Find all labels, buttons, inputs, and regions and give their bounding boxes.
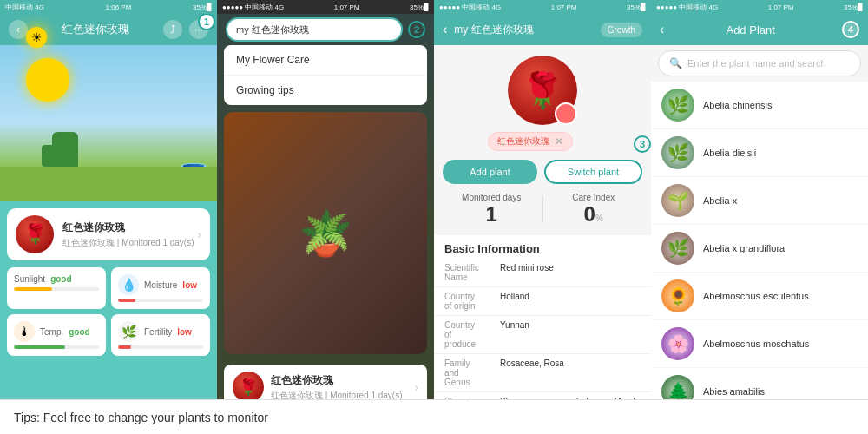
mini-avatar: 🌹 [233,372,264,399]
screens-row: ‹ 红色迷你玫瑰 ⤴ ··· 1 🪣 红色迷你玫瑰 红色迷你玫瑰 | Monit… [0,14,868,399]
growth-tab[interactable]: Growth [601,23,642,37]
circled-3: 3 [634,135,651,153]
screen1-title: 红色迷你玫瑰 [62,22,129,37]
plant-image-area: 🌹 [434,45,651,132]
screen3-topbar: ‹ my 红色迷你玫瑰 Growth [434,14,651,45]
plant-sub: 红色迷你玫瑰 | Monitored 1 day(s) [62,237,197,249]
sunlight-label: Sunlight [14,274,45,284]
status-bar-3: ●●●●● 中国移动 4G 1:07 PM 35%▉ [434,0,651,14]
top-icons: ⤴ ··· 1 [163,20,208,39]
search-icon: 🔍 [669,57,682,69]
info-key-produce: Country of produce [434,316,495,353]
plant-name-abies: Abies amabilis [703,386,765,397]
plant-img-abelia-d: 🌿 [661,136,694,169]
back-button[interactable]: ‹ [9,20,28,39]
monitored-label: Monitored days [443,193,541,202]
screen4-title: Add Plant [671,23,830,36]
switch-plant-button[interactable]: Switch plant [544,160,642,184]
sunlight-icon: ☀ [26,27,47,48]
screen3-back-button[interactable]: ‹ [443,22,447,37]
chevron-right-icon: › [197,227,201,241]
care-index-stat: Care Index 0 % [545,193,643,227]
temp-icon: 🌡 [14,321,35,342]
info-key-scientific: Scientific Name [434,259,495,286]
screen4: ‹ Add Plant 4 🔍 Enter the plant name and… [651,14,868,399]
bottom-plant-name: 红色迷你玫瑰 [271,373,414,388]
share-icon[interactable]: ⤴ [163,20,182,39]
plant-img-abelmoschus-m: 🌸 [661,327,694,360]
card-text: 红色迷你玫瑰 红色迷你玫瑰 | Monitored 1 day(s) [62,220,197,249]
moisture-value: low [182,280,197,290]
plant-chip: 红色迷你玫瑰 ✕ [488,132,573,151]
screen4-back-button[interactable]: ‹ [660,22,664,37]
plant-list: 🌿 Abelia chinensis 🌿 Abelia dielsii 🌱 Ab… [651,82,868,399]
metric-temp: 🌡 Temp. good [7,314,106,356]
metric-moisture: 💧 Moisture low [111,267,210,309]
bottom-plant-sub: 红色迷你玫瑰 | Monitored 1 day(s) [271,390,414,400]
info-key-blooming: Blooming [434,392,495,399]
screen4-topbar: ‹ Add Plant 4 [651,14,868,45]
avatar [16,215,54,253]
info-row-scientific: Scientific Name Red mini rose [434,259,651,287]
info-val-scientific: Red mini rose [495,259,651,286]
list-item-abelia-x[interactable]: 🌱 Abelia x [651,177,868,225]
chip-close-icon[interactable]: ✕ [555,135,563,148]
stats-row: Monitored days 1 Care Index 0 % [443,193,642,227]
search-placeholder: Enter the plant name and search [687,58,826,69]
plant-img-abelia-x: 🌱 [661,184,694,217]
plant-card[interactable]: 红色迷你玫瑰 红色迷你玫瑰 | Monitored 1 day(s) › [7,208,210,260]
plant-img-abelia-g: 🌿 [661,232,694,265]
screen1: ‹ 红色迷你玫瑰 ⤴ ··· 1 🪣 红色迷你玫瑰 红色迷你玫瑰 | Monit… [0,14,217,399]
metric-fertility: 🌿 Fertility low [111,314,210,356]
status-bar-1: 中国移动 4G 1:06 PM 35%▉ [0,0,217,14]
sunlight-value: good [50,274,71,284]
circled-2: 2 [408,21,425,38]
temp-bar [14,345,65,349]
menu-item-flower-care[interactable]: My Flower Care [224,45,427,76]
plant-name: 红色迷你玫瑰 [62,220,197,235]
info-row-family: Family and Genus Rosaceae, Rosa [434,354,651,392]
fertility-bar [118,345,131,349]
basic-info-section: Basic Information Scientific Name Red mi… [434,235,651,399]
monitored-value: 1 [443,202,541,227]
list-item-abelia-g[interactable]: 🌿 Abelia x grandiflora [651,225,868,273]
list-item-abelmoschus-m[interactable]: 🌸 Abelmoschus moschatus [651,320,868,368]
screen2-content: my 红色迷你玫瑰 2 My Flower Care Growing tips … [217,14,434,399]
info-val-blooming: Blooms once every February-March months,… [495,392,651,399]
screen3-plant-avatar: 🌹 [508,56,577,125]
chip-text: 红色迷你玫瑰 [497,135,549,148]
plant-img-abelmoschus-e: 🌻 [661,279,694,312]
preview-pot-icon: 🪴 [299,208,352,259]
search-input[interactable]: my 红色迷你玫瑰 [236,23,392,36]
chip-row: 红色迷你玫瑰 ✕ 3 [434,132,651,156]
menu-item-growing-tips[interactable]: Growing tips [224,76,427,105]
circled-1: 1 [198,14,215,30]
moisture-icon: 💧 [118,274,139,295]
bottom-card[interactable]: 🌹 红色迷你玫瑰 红色迷你玫瑰 | Monitored 1 day(s) › [224,365,427,399]
temp-value: good [69,327,89,337]
ground-decoration [0,167,217,201]
status-bars: 中国移动 4G 1:06 PM 35%▉ ●●●●● 中国移动 4G 1:07 … [0,0,868,14]
more-icon[interactable]: ··· 1 [189,20,208,39]
list-item-abelia-c[interactable]: 🌿 Abelia chinensis [651,82,868,129]
fertility-value: low [177,327,192,337]
list-item-abelia-d[interactable]: 🌿 Abelia dielsii [651,129,868,177]
search-bar[interactable]: 🔍 Enter the plant name and search [658,50,861,76]
screen3: ‹ my 红色迷你玫瑰 Growth 🌹 红色迷你玫瑰 ✕ 3 Add plan… [434,14,651,399]
list-item-abies[interactable]: 🌲 Abies amabilis [651,368,868,399]
screen2: my 红色迷你玫瑰 2 My Flower Care Growing tips … [217,14,434,399]
moisture-bar [118,299,135,302]
care-value: 0 [584,202,595,227]
status-bar-4: ●●●●● 中国移动 4G 1:07 PM 35%▉ [651,0,868,14]
plant-img-abelia-c: 🌿 [661,89,694,122]
image-preview: 🪴 [224,112,427,354]
search-box[interactable]: my 红色迷你玫瑰 [226,17,403,42]
add-plant-button[interactable]: Add plant [443,160,537,184]
care-label: Care Index [545,193,643,202]
menu-list: My Flower Care Growing tips [224,45,427,105]
list-item-abelmoschus-e[interactable]: 🌻 Abelmoschus esculentus [651,273,868,320]
metric-sunlight: ☀ Sunlight good [7,267,106,309]
basic-info-header: Basic Information [434,235,651,259]
tip-text: Tips: Feel free to change your plants to… [14,411,268,424]
info-val-produce: Yunnan [495,316,651,353]
